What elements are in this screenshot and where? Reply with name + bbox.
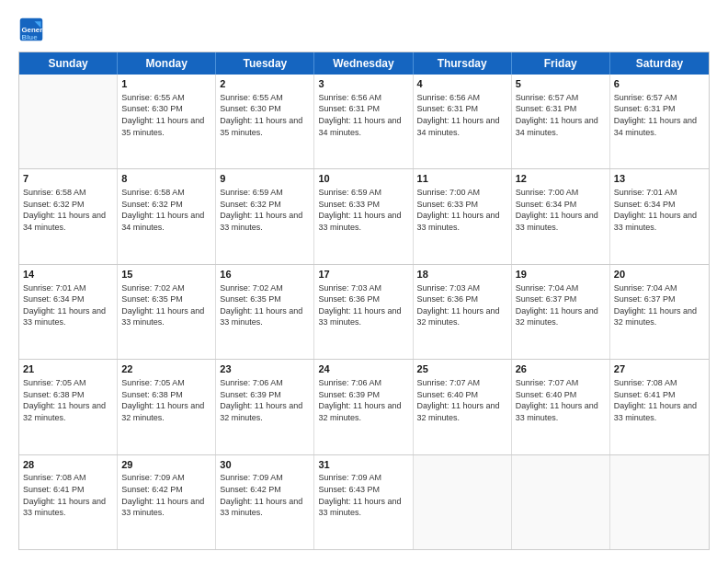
- header-day-tuesday: Tuesday: [216, 52, 314, 75]
- cell-details: Sunrise: 7:09 AMSunset: 6:42 PMDaylight:…: [121, 472, 211, 518]
- day-number: 14: [23, 268, 113, 282]
- cell-details: Sunrise: 7:03 AMSunset: 6:36 PMDaylight:…: [417, 282, 507, 328]
- cell-details: Sunrise: 6:55 AMSunset: 6:30 PMDaylight:…: [220, 92, 310, 138]
- header-day-friday: Friday: [512, 52, 610, 75]
- day-number: 28: [23, 458, 113, 472]
- cal-cell: 30Sunrise: 7:09 AMSunset: 6:42 PMDayligh…: [216, 455, 314, 549]
- day-number: 11: [417, 172, 507, 186]
- cal-cell: 11Sunrise: 7:00 AMSunset: 6:33 PMDayligh…: [414, 169, 512, 263]
- cal-cell: 6Sunrise: 6:57 AMSunset: 6:31 PMDaylight…: [610, 75, 709, 168]
- cal-cell: 27Sunrise: 7:08 AMSunset: 6:41 PMDayligh…: [610, 360, 709, 454]
- week-row-4: 28Sunrise: 7:08 AMSunset: 6:41 PMDayligh…: [19, 455, 709, 549]
- cell-details: Sunrise: 6:59 AMSunset: 6:32 PMDaylight:…: [220, 187, 310, 233]
- cal-cell: 19Sunrise: 7:04 AMSunset: 6:37 PMDayligh…: [512, 265, 610, 359]
- day-number: 15: [121, 268, 211, 282]
- header-day-thursday: Thursday: [414, 52, 512, 75]
- cell-details: Sunrise: 6:56 AMSunset: 6:31 PMDaylight:…: [417, 92, 507, 138]
- page: General Blue SundayMondayTuesdayWednesda…: [0, 0, 728, 563]
- cal-cell: 22Sunrise: 7:05 AMSunset: 6:38 PMDayligh…: [118, 360, 216, 454]
- cal-cell: 12Sunrise: 7:00 AMSunset: 6:34 PMDayligh…: [512, 169, 610, 263]
- logo: General Blue: [18, 17, 48, 42]
- cell-details: Sunrise: 7:05 AMSunset: 6:38 PMDaylight:…: [121, 377, 211, 423]
- cal-cell: [512, 455, 610, 549]
- cell-details: Sunrise: 7:04 AMSunset: 6:37 PMDaylight:…: [614, 282, 705, 328]
- day-number: 30: [220, 458, 310, 472]
- day-number: 19: [516, 268, 606, 282]
- cal-cell: 15Sunrise: 7:02 AMSunset: 6:35 PMDayligh…: [118, 265, 216, 359]
- cal-cell: 4Sunrise: 6:56 AMSunset: 6:31 PMDaylight…: [414, 75, 512, 168]
- cal-cell: 10Sunrise: 6:59 AMSunset: 6:33 PMDayligh…: [314, 169, 413, 263]
- cell-details: Sunrise: 6:58 AMSunset: 6:32 PMDaylight:…: [121, 187, 211, 233]
- cell-details: Sunrise: 7:03 AMSunset: 6:36 PMDaylight:…: [318, 282, 408, 328]
- day-number: 12: [516, 172, 606, 186]
- header-day-sunday: Sunday: [19, 52, 118, 75]
- cal-cell: [610, 455, 709, 549]
- day-number: 21: [23, 362, 113, 376]
- day-number: 3: [318, 77, 408, 91]
- week-row-0: 1Sunrise: 6:55 AMSunset: 6:30 PMDaylight…: [19, 75, 709, 169]
- cal-cell: 24Sunrise: 7:06 AMSunset: 6:39 PMDayligh…: [314, 360, 413, 454]
- week-row-2: 14Sunrise: 7:01 AMSunset: 6:34 PMDayligh…: [19, 265, 709, 360]
- cell-details: Sunrise: 7:01 AMSunset: 6:34 PMDaylight:…: [23, 282, 113, 328]
- cell-details: Sunrise: 6:56 AMSunset: 6:31 PMDaylight:…: [318, 92, 408, 138]
- cell-details: Sunrise: 6:57 AMSunset: 6:31 PMDaylight:…: [614, 92, 705, 138]
- cal-cell: 5Sunrise: 6:57 AMSunset: 6:31 PMDaylight…: [512, 75, 610, 168]
- day-number: 16: [220, 268, 310, 282]
- cal-cell: 2Sunrise: 6:55 AMSunset: 6:30 PMDaylight…: [216, 75, 314, 168]
- day-number: 17: [318, 268, 408, 282]
- cal-cell: 1Sunrise: 6:55 AMSunset: 6:30 PMDaylight…: [118, 75, 216, 168]
- cal-cell: 9Sunrise: 6:59 AMSunset: 6:32 PMDaylight…: [216, 169, 314, 263]
- cell-details: Sunrise: 6:58 AMSunset: 6:32 PMDaylight:…: [23, 187, 113, 233]
- cell-details: Sunrise: 7:05 AMSunset: 6:38 PMDaylight:…: [23, 377, 113, 423]
- cell-details: Sunrise: 7:08 AMSunset: 6:41 PMDaylight:…: [614, 377, 705, 423]
- day-number: 31: [318, 458, 408, 472]
- day-number: 5: [516, 77, 606, 91]
- cal-cell: 13Sunrise: 7:01 AMSunset: 6:34 PMDayligh…: [610, 169, 709, 263]
- cell-details: Sunrise: 7:07 AMSunset: 6:40 PMDaylight:…: [516, 377, 606, 423]
- cal-cell: 21Sunrise: 7:05 AMSunset: 6:38 PMDayligh…: [19, 360, 118, 454]
- cal-cell: 3Sunrise: 6:56 AMSunset: 6:31 PMDaylight…: [314, 75, 413, 168]
- cell-details: Sunrise: 7:09 AMSunset: 6:42 PMDaylight:…: [220, 472, 310, 518]
- cell-details: Sunrise: 7:07 AMSunset: 6:40 PMDaylight:…: [417, 377, 507, 423]
- day-number: 20: [614, 268, 705, 282]
- cal-cell: [414, 455, 512, 549]
- header: General Blue: [18, 17, 710, 42]
- cell-details: Sunrise: 7:01 AMSunset: 6:34 PMDaylight:…: [614, 187, 705, 233]
- cal-cell: 29Sunrise: 7:09 AMSunset: 6:42 PMDayligh…: [118, 455, 216, 549]
- cell-details: Sunrise: 7:06 AMSunset: 6:39 PMDaylight:…: [220, 377, 310, 423]
- header-day-wednesday: Wednesday: [314, 52, 413, 75]
- cal-cell: 14Sunrise: 7:01 AMSunset: 6:34 PMDayligh…: [19, 265, 118, 359]
- day-number: 2: [220, 77, 310, 91]
- cal-cell: 25Sunrise: 7:07 AMSunset: 6:40 PMDayligh…: [414, 360, 512, 454]
- week-row-3: 21Sunrise: 7:05 AMSunset: 6:38 PMDayligh…: [19, 360, 709, 454]
- cal-cell: [19, 75, 118, 168]
- cell-details: Sunrise: 7:00 AMSunset: 6:34 PMDaylight:…: [516, 187, 606, 233]
- cell-details: Sunrise: 7:08 AMSunset: 6:41 PMDaylight:…: [23, 472, 113, 518]
- day-number: 8: [121, 172, 211, 186]
- cell-details: Sunrise: 6:55 AMSunset: 6:30 PMDaylight:…: [121, 92, 211, 138]
- day-number: 13: [614, 172, 705, 186]
- cal-cell: 17Sunrise: 7:03 AMSunset: 6:36 PMDayligh…: [314, 265, 413, 359]
- cal-cell: 31Sunrise: 7:09 AMSunset: 6:43 PMDayligh…: [314, 455, 413, 549]
- cell-details: Sunrise: 7:04 AMSunset: 6:37 PMDaylight:…: [516, 282, 606, 328]
- cell-details: Sunrise: 6:59 AMSunset: 6:33 PMDaylight:…: [318, 187, 408, 233]
- header-day-monday: Monday: [118, 52, 216, 75]
- cell-details: Sunrise: 7:06 AMSunset: 6:39 PMDaylight:…: [318, 377, 408, 423]
- day-number: 23: [220, 362, 310, 376]
- calendar-header: SundayMondayTuesdayWednesdayThursdayFrid…: [19, 52, 709, 75]
- cal-cell: 8Sunrise: 6:58 AMSunset: 6:32 PMDaylight…: [118, 169, 216, 263]
- day-number: 29: [121, 458, 211, 472]
- cell-details: Sunrise: 7:02 AMSunset: 6:35 PMDaylight:…: [121, 282, 211, 328]
- cal-cell: 28Sunrise: 7:08 AMSunset: 6:41 PMDayligh…: [19, 455, 118, 549]
- day-number: 6: [614, 77, 705, 91]
- cal-cell: 7Sunrise: 6:58 AMSunset: 6:32 PMDaylight…: [19, 169, 118, 263]
- calendar-body: 1Sunrise: 6:55 AMSunset: 6:30 PMDaylight…: [19, 75, 709, 549]
- day-number: 7: [23, 172, 113, 186]
- day-number: 4: [417, 77, 507, 91]
- cal-cell: 16Sunrise: 7:02 AMSunset: 6:35 PMDayligh…: [216, 265, 314, 359]
- header-day-saturday: Saturday: [610, 52, 709, 75]
- day-number: 9: [220, 172, 310, 186]
- day-number: 10: [318, 172, 408, 186]
- week-row-1: 7Sunrise: 6:58 AMSunset: 6:32 PMDaylight…: [19, 169, 709, 264]
- cal-cell: 20Sunrise: 7:04 AMSunset: 6:37 PMDayligh…: [610, 265, 709, 359]
